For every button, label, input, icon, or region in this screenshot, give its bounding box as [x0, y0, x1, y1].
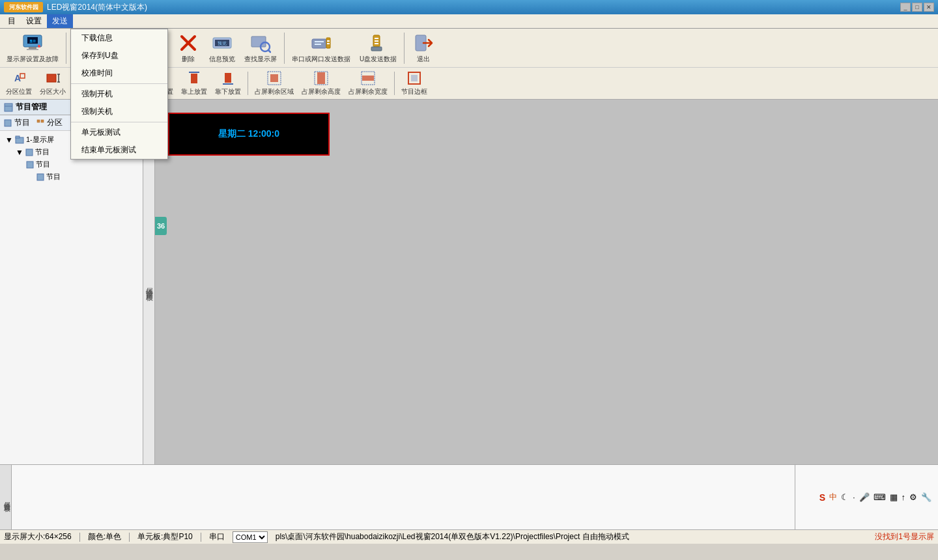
svg-rect-37: [375, 38, 378, 39]
maximize-button[interactable]: □: [912, 3, 922, 12]
tray-icon-1[interactable]: ↑: [902, 492, 906, 502]
svg-rect-34: [327, 40, 330, 42]
menu-item-file[interactable]: 目: [3, 14, 21, 28]
sougou-icon[interactable]: S: [819, 492, 825, 503]
zone-size-label: 分区大小: [40, 87, 66, 96]
fill-height-label: 占屏剩余高度: [302, 87, 341, 96]
toolbar-zone-size[interactable]: 分区大小: [36, 69, 69, 98]
log-content: [12, 465, 795, 529]
status-screen-size: 显示屏大小:64×256: [4, 531, 72, 542]
svg-rect-38: [375, 40, 378, 42]
toolbar-find-screen[interactable]: 查找显示屏: [240, 31, 281, 66]
svg-rect-27: [251, 36, 266, 47]
exit-icon: [413, 33, 434, 53]
dropdown-force-on[interactable]: 强制开机: [71, 85, 167, 103]
window-title: LED视窗2014(简体中文版本): [47, 2, 147, 13]
log-sidebar-text: 属性设置面板: [2, 497, 11, 501]
toolbar-send-net[interactable]: 串口或网口发送数据: [288, 31, 354, 66]
item-border-icon: [406, 70, 422, 86]
dropdown-sep-1: [71, 83, 167, 84]
zone-pos-label: 分区位置: [6, 87, 32, 96]
svg-rect-70: [41, 120, 44, 122]
tree-expand-2[interactable]: ▼: [16, 148, 23, 157]
dropdown-download-info[interactable]: 下载信息: [71, 29, 167, 47]
panel-header-label: 节目管理: [16, 102, 47, 113]
toolbar-zone-pos[interactable]: A 分区位置: [3, 69, 35, 98]
display-settings-label: 显示屏设置及故障: [7, 55, 59, 64]
toolbar-exit[interactable]: 退出: [408, 31, 439, 66]
tree-expand-1[interactable]: ▼: [5, 135, 13, 145]
panel-icon-zone: [36, 119, 44, 127]
toolbar-fill-area[interactable]: 占屏剩余区域: [251, 69, 297, 98]
svg-rect-61: [317, 72, 325, 84]
svg-rect-73: [26, 149, 33, 156]
status-bar: 显示屏大小:64×256 颜色:单色 单元板:典型P10 串口 COM1 COM…: [0, 529, 938, 544]
dropdown-save-usb[interactable]: 保存到U盘: [71, 47, 167, 64]
zone-size-icon: [45, 70, 61, 86]
window-controls[interactable]: _ □ ✕: [900, 3, 934, 12]
menu-item-settings[interactable]: 设置: [21, 14, 47, 28]
tree-item-3[interactable]: 节目: [3, 158, 140, 171]
toolbar-send-usb[interactable]: U盘发送数据: [356, 31, 401, 66]
send-net-icon: [311, 33, 332, 53]
svg-rect-63: [362, 76, 374, 81]
toolbar-fill-height[interactable]: 占屏剩余高度: [298, 69, 344, 98]
tree-item-1-label: 1-显示屏: [26, 135, 54, 145]
side-toggle-button[interactable]: 36: [155, 217, 167, 235]
settings-icon[interactable]: ⚙: [909, 492, 917, 502]
status-port: 串口: [209, 531, 225, 542]
com-port-select[interactable]: COM1 COM2 COM3 COM4: [233, 531, 268, 543]
preview-label: 信息预览: [209, 55, 235, 64]
dropdown-force-off[interactable]: 强制关机: [71, 103, 167, 120]
toolbar-delete[interactable]: 删除: [173, 31, 204, 66]
tree-item-2-icon: [25, 148, 33, 156]
toolbar-sep-2: [284, 33, 285, 64]
tree-item-4-icon: [36, 173, 44, 181]
app-logo: 河东软件园: [4, 2, 43, 12]
sogou-cn-icon[interactable]: 中: [829, 492, 837, 503]
title-left: 河东软件园 LED视窗2014(简体中文版本): [4, 2, 147, 13]
tree-item-3-label: 节目: [36, 160, 50, 169]
toolbar-fill-width[interactable]: 占屏剩余宽度: [345, 69, 391, 98]
moon-icon[interactable]: ☾: [841, 492, 849, 502]
toolbar2-sep-2: [248, 72, 248, 95]
zone-pos-icon: A: [11, 70, 27, 86]
minimize-button[interactable]: _: [900, 3, 911, 12]
canvas-area[interactable]: 36 星期二 12:00:0: [155, 100, 938, 464]
tree-item-4-label: 节目: [46, 172, 61, 182]
mic-icon[interactable]: 🎤: [859, 492, 870, 502]
svg-rect-31: [315, 41, 324, 42]
status-sep-3: [201, 533, 201, 542]
toolbar-align-top[interactable]: 靠上放置: [178, 69, 210, 98]
status-sep-1: [79, 533, 80, 542]
close-button[interactable]: ✕: [924, 3, 934, 12]
svg-rect-3: [27, 49, 38, 50]
menu-item-send[interactable]: 发送: [47, 14, 73, 28]
send-usb-label: U盘发送数据: [360, 55, 397, 64]
menu-bar: 目 设置 发送: [0, 14, 938, 29]
toolbar-preview[interactable]: 预览 信息预览: [205, 31, 239, 66]
side-label-text: 属性设置面板: [145, 277, 154, 290]
dropdown-end-test[interactable]: 结束单元板测试: [71, 141, 167, 159]
toolbar-display-settings[interactable]: 显示 显示屏设置及故障: [3, 31, 63, 66]
svg-rect-45: [47, 74, 56, 82]
keyboard-icon[interactable]: ⌨: [874, 492, 886, 502]
svg-rect-66: [5, 104, 12, 111]
align-top-icon: [186, 70, 202, 86]
tree-item-4[interactable]: 节目: [3, 171, 140, 183]
align-bottom-label: 靠下放置: [215, 87, 241, 96]
status-path: pls\桌面\河东软件园\huabodaizikozji\Led视窗2014(单…: [276, 531, 868, 542]
dropdown-unit-test[interactable]: 单元板测试: [71, 124, 167, 141]
toolbar-align-bottom[interactable]: 靠下放置: [212, 69, 244, 98]
grid-icon[interactable]: ▦: [890, 492, 898, 502]
svg-rect-39: [375, 43, 378, 44]
led-preview-text: 星期二 12:00:0: [218, 128, 279, 140]
toolbar-item-border[interactable]: 节目边框: [398, 69, 431, 98]
wrench-icon[interactable]: 🔧: [921, 492, 931, 502]
dropdown-calibrate-time[interactable]: 校准时间: [71, 64, 167, 82]
svg-text:显示: 显示: [29, 39, 36, 43]
toolbar-sep-1: [66, 33, 66, 64]
log-area: 属性设置面板 S 中 ☾ · 🎤 ⌨ ▦ ↑ ⚙ 🔧: [0, 464, 938, 529]
fill-width-icon: [360, 70, 376, 86]
fill-height-icon: [313, 70, 329, 86]
